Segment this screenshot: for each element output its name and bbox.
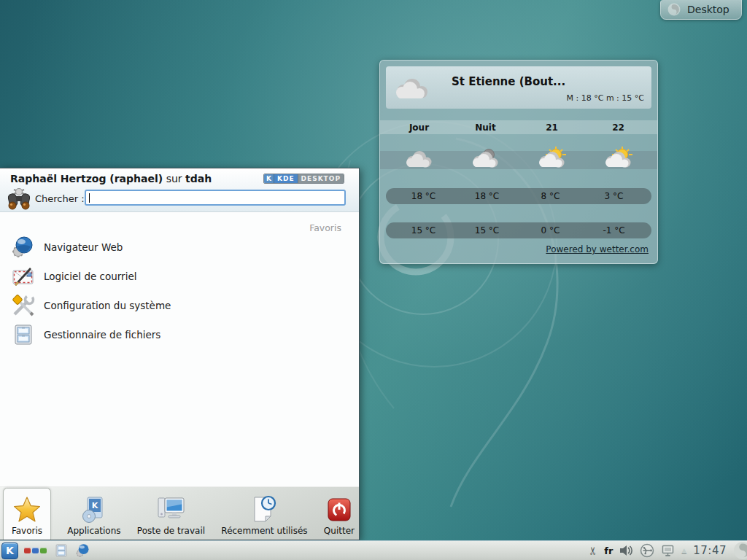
tab-recemment-utilises[interactable]: Récemment utilisés [221,488,307,540]
applications-icon: K [79,494,109,526]
tab-label: Récemment utilisés [221,526,307,536]
favorites-section-label: Favoris [309,222,341,233]
weather-widget: St Etienne (Bout... M : 18 °C m : 15 °C … [379,60,658,264]
badge-desktop-label: DESKTOP [298,174,344,183]
menu-item-label: Logiciel de courriel [44,271,136,282]
high-temp: 8 °C [519,191,582,201]
low-temp: -1 °C [582,225,646,236]
klipper-scissors-icon[interactable]: ✂ [587,546,600,556]
kickoff-header: Raphaël Hertzog (raphael) sur tdah K KDE… [0,168,359,212]
power-icon [325,494,354,526]
low-temp: 15 °C [455,225,519,236]
menu-item-email[interactable]: Logiciel de courriel [0,262,353,291]
weather-high-temps: 18 °C 18 °C 8 °C 3 °C [386,188,651,204]
host-name: tdah [185,173,212,184]
user-identity: Raphaël Hertzog (raphael) sur tdah [10,173,212,184]
taskbar-panel: K ✂ fr [0,540,747,560]
file-manager-icon [12,323,35,346]
badge-kde-label: KDE [274,174,298,183]
kickoff-menu: Raphaël Hertzog (raphael) sur tdah K KDE… [0,168,360,540]
tab-label: Applications [67,526,120,536]
desktop-toolbox-label: Desktop [687,4,729,15]
weather-minmax: M : 18 °C m : 15 °C [567,93,644,103]
high-temp: 18 °C [455,191,519,201]
web-browser-launcher[interactable] [76,543,90,558]
kde-logo-icon: K [264,174,274,183]
tray-expand-arrow-icon[interactable]: ▲ [681,547,686,554]
weather-col-date1: 21 [519,122,585,133]
system-settings-icon [12,294,35,317]
volume-icon[interactable] [619,544,633,557]
menu-item-system-settings[interactable]: Configuration du système [0,291,353,320]
file-manager-icon [54,543,69,558]
pager-dot-blue[interactable] [32,548,39,553]
tab-label: Poste de travail [137,526,205,536]
search-row: Chercher : [4,186,349,212]
search-input[interactable] [85,190,346,206]
pager-dot-red[interactable] [24,548,31,553]
high-temp: 18 °C [392,191,455,201]
high-temp: 3 °C [582,191,646,201]
pager-dot-green[interactable] [40,548,47,553]
weather-icon-partly-sunny [519,136,585,170]
weather-icon-cloudy-night [452,136,519,170]
email-icon [12,265,35,288]
weather-col-date2: 22 [585,122,651,133]
user-separator: sur [166,173,182,184]
star-icon [12,494,42,526]
favorites-list: Navigateur Web Logiciel de courriel [0,233,353,349]
web-browser-icon [12,236,35,259]
tab-favoris[interactable]: Favoris [3,488,51,540]
desktop-pager[interactable] [24,548,47,553]
tab-label: Quitter [324,526,355,536]
file-manager-launcher[interactable] [54,543,69,558]
low-temp: 0 °C [519,225,582,236]
menu-item-file-manager[interactable]: Gestionnaire de fichiers [0,320,353,349]
kmenu-letter: K [6,545,14,556]
tab-applications[interactable]: K Applications [67,488,120,540]
weather-low-temps: 15 °C 15 °C 0 °C -1 °C [386,222,651,238]
wetter-com-link[interactable]: Powered by wetter.com [546,244,649,254]
weather-header: St Etienne (Bout... M : 18 °C m : 15 °C [386,66,651,109]
menu-item-label: Navigateur Web [44,241,123,253]
search-binoculars-icon [6,186,32,212]
panel-cashew-icon[interactable] [733,541,747,560]
weather-icon-cloudy [386,136,452,170]
desktop-toolbox[interactable]: Desktop [660,0,742,20]
weather-col-night: Nuit [452,122,519,133]
kde-desktop-badge: K KDE DESKTOP [263,174,344,184]
kickoff-tabbar: Favoris K Applications [0,486,359,540]
menu-item-label: Gestionnaire de fichiers [44,329,160,341]
digital-clock[interactable]: 17:47 [693,544,727,557]
weather-condition-icons [380,136,657,170]
weather-col-day: Jour [386,122,452,133]
kickoff-content: Favoris Navigateur Web [0,212,359,488]
text-caret [89,193,90,203]
menu-item-label: Configuration du système [44,300,171,311]
web-browser-icon [76,543,90,558]
weather-icon-partly-sunny [585,136,651,170]
cloudy-icon [392,77,434,101]
low-temp: 15 °C [392,225,455,236]
device-notifier-usb-icon[interactable] [640,543,654,558]
computer-icon [154,494,187,526]
keyboard-layout-indicator[interactable]: fr [604,545,613,556]
tab-poste-de-travail[interactable]: Poste de travail [137,488,205,540]
menu-item-web-browser[interactable]: Navigateur Web [0,233,353,262]
tab-quitter[interactable]: Quitter [324,488,355,540]
system-tray: ✂ fr ▲ 17:47 [589,541,747,560]
tab-label: Favoris [12,526,42,536]
user-name: Raphaël Hertzog (raphael) [10,173,163,184]
weather-location-title: St Etienne (Bout... [452,75,565,88]
kmenu-launcher-button[interactable]: K [1,542,18,559]
svg-text:K: K [92,501,98,510]
cashew-icon [667,2,681,17]
recent-documents-icon [249,494,279,526]
network-monitor-icon[interactable] [661,544,675,558]
weather-column-headers: Jour Nuit 21 22 [380,120,657,134]
search-label: Chercher : [35,193,85,204]
